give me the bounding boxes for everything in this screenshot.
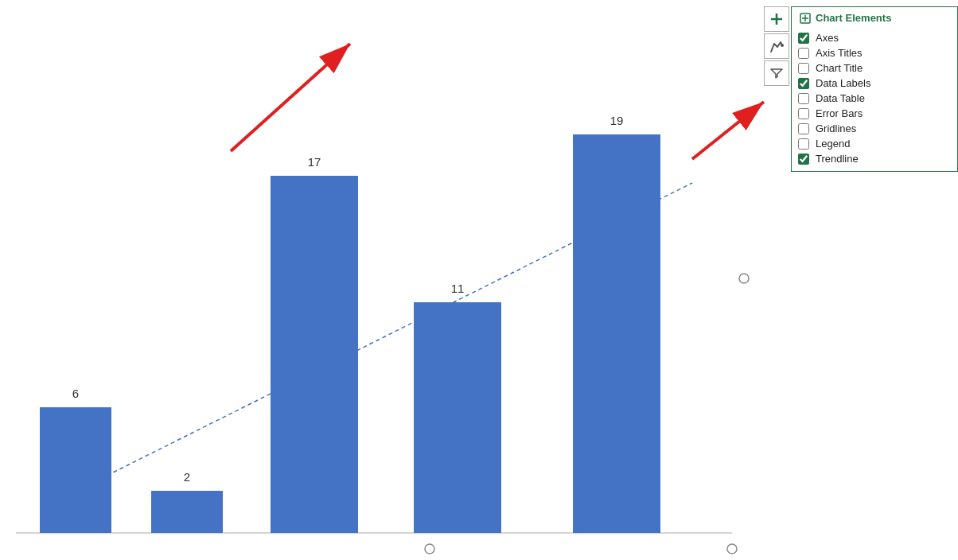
- label-error-bars: Error Bars: [816, 107, 863, 119]
- checkbox-chart-title[interactable]: [798, 63, 809, 74]
- chart-filters-button[interactable]: [764, 60, 789, 86]
- panel-items: AxesAxis TitlesChart TitleData LabelsDat…: [792, 29, 957, 171]
- svg-point-22: [781, 44, 784, 47]
- add-element-button[interactable]: [764, 6, 789, 32]
- svg-rect-10: [573, 134, 660, 533]
- label-data-table: Data Table: [816, 92, 865, 104]
- label-axis-titles: Axis Titles: [816, 47, 863, 59]
- svg-rect-6: [271, 176, 358, 533]
- label-trendline: Trendline: [816, 153, 859, 165]
- chart-styles-button[interactable]: [764, 33, 789, 59]
- label-chart-title: Chart Title: [816, 62, 863, 74]
- panel-item-legend[interactable]: Legend: [792, 136, 957, 151]
- svg-rect-2: [40, 407, 111, 533]
- svg-text:19: 19: [610, 114, 624, 127]
- panel-item-data-labels[interactable]: Data Labels: [792, 76, 957, 91]
- panel-item-gridlines[interactable]: Gridlines: [792, 121, 957, 136]
- checkbox-gridlines[interactable]: [798, 123, 809, 134]
- label-legend: Legend: [816, 138, 850, 150]
- panel-item-error-bars[interactable]: Error Bars: [792, 106, 957, 121]
- checkbox-error-bars[interactable]: [798, 108, 809, 119]
- svg-rect-8: [414, 302, 501, 533]
- panel-item-axes[interactable]: Axes: [792, 30, 957, 45]
- checkbox-axis-titles[interactable]: [798, 48, 809, 59]
- checkbox-axes[interactable]: [798, 33, 809, 44]
- panel-item-data-table[interactable]: Data Table: [792, 91, 957, 106]
- panel-item-axis-titles[interactable]: Axis Titles: [792, 45, 957, 60]
- svg-text:6: 6: [72, 387, 79, 400]
- svg-text:2: 2: [184, 470, 190, 484]
- svg-rect-4: [151, 491, 223, 533]
- label-data-labels: Data Labels: [816, 77, 870, 89]
- panel-header-icon: [800, 13, 811, 24]
- label-axes: Axes: [816, 32, 839, 44]
- panel-title: Chart Elements: [816, 12, 891, 24]
- checkbox-data-labels[interactable]: [798, 78, 809, 89]
- svg-text:11: 11: [451, 282, 465, 295]
- toolbar-buttons: [764, 6, 789, 86]
- panel-header: Chart Elements: [792, 7, 957, 29]
- label-gridlines: Gridlines: [816, 122, 856, 134]
- panel-item-trendline[interactable]: Trendline: [792, 151, 957, 166]
- checkbox-data-table[interactable]: [798, 93, 809, 104]
- checkbox-legend[interactable]: [798, 138, 809, 150]
- panel-item-chart-title[interactable]: Chart Title: [792, 60, 957, 76]
- svg-text:17: 17: [308, 155, 321, 169]
- chart-elements-panel: Chart Elements AxesAxis TitlesChart Titl…: [791, 6, 958, 172]
- checkbox-trendline[interactable]: [798, 154, 809, 165]
